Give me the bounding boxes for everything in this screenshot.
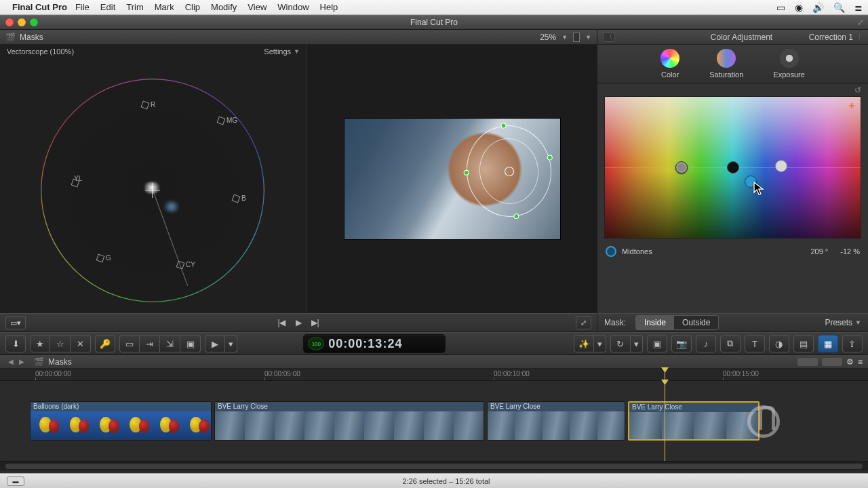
append-button[interactable]: ⇲ — [160, 335, 180, 352]
favorite-button[interactable]: ★ — [30, 335, 50, 352]
tool-group: ▶ ▾ — [205, 335, 237, 352]
play-button[interactable]: ▶ — [296, 318, 302, 327]
music-button[interactable]: ♪ — [696, 335, 716, 352]
clip-appearance-2[interactable] — [822, 358, 842, 366]
mask-segment[interactable]: Inside Outside — [635, 315, 719, 330]
menu-trim[interactable]: Trim — [126, 2, 144, 12]
photos-button[interactable]: 📷 — [671, 335, 692, 352]
tab-saturation[interactable]: Saturation — [709, 49, 743, 83]
menu-mark[interactable]: Mark — [155, 2, 174, 12]
prev-edit-button[interactable]: |◀ — [277, 318, 285, 327]
retime-menu[interactable]: ▾ — [631, 335, 643, 352]
puck-shadows[interactable] — [727, 161, 739, 174]
timeline-clip[interactable]: BVE Larry Close — [214, 401, 484, 441]
inspector-toggle-button[interactable]: ▦ — [818, 335, 838, 352]
sync-icon[interactable]: ◉ — [795, 2, 803, 13]
themes-button[interactable]: ▤ — [793, 335, 814, 352]
puck-highlights[interactable] — [775, 160, 787, 172]
unrate-button[interactable]: ☆ — [50, 335, 71, 352]
correction-menu-icon[interactable]: ⋮ — [856, 34, 863, 41]
timeline-scrollbar[interactable] — [0, 461, 868, 470]
clip-appearance-1[interactable] — [797, 358, 818, 366]
share-button[interactable]: ⇪ — [842, 335, 863, 352]
add-puck-icon[interactable]: ＋ — [847, 100, 856, 112]
program-viewer[interactable] — [307, 45, 597, 313]
close-button[interactable] — [5, 18, 14, 26]
screen-record-icon[interactable]: ▭ — [776, 2, 785, 13]
fullscreen-viewer-button[interactable]: ⤢ — [576, 316, 591, 329]
history-back-button[interactable]: ◀ — [5, 357, 16, 367]
reset-icon[interactable]: ↺ — [854, 85, 861, 95]
tool-menu-button[interactable]: ▾ — [225, 335, 237, 352]
mask-handle-top[interactable] — [500, 123, 507, 129]
minimize-button[interactable] — [18, 18, 26, 26]
history-fwd-button[interactable]: ▶ — [16, 357, 27, 367]
color-board[interactable]: ＋ — [604, 96, 861, 239]
menu-view[interactable]: View — [248, 2, 267, 12]
enhance-menu[interactable]: ▾ — [594, 335, 606, 352]
playhead-line[interactable] — [665, 381, 665, 461]
correction-label[interactable]: Correction 1 — [809, 33, 853, 42]
timeline-clip[interactable]: BVE Larry Close — [487, 401, 625, 441]
timecode-value[interactable]: 00:00:13:24 — [328, 337, 402, 351]
puck-global[interactable] — [675, 161, 688, 174]
timeline-clip[interactable]: BVE Larry Close — [628, 401, 760, 441]
timeline-ruler[interactable]: 00:00:00:00 00:00:05:00 00:00:10:00 00:0… — [0, 369, 868, 381]
next-edit-button[interactable]: ▶| — [311, 318, 319, 327]
insert-button[interactable]: ⇥ — [140, 335, 160, 352]
midtone-readout: Midtones 209 ° -12 % — [597, 244, 868, 259]
mask-handle-right[interactable] — [547, 154, 553, 160]
shape-mask-outline[interactable] — [460, 120, 557, 222]
mask-outside[interactable]: Outside — [674, 316, 718, 329]
dashboard-button[interactable]: ▬ — [7, 476, 24, 486]
hue-value[interactable]: 209 ° — [810, 247, 828, 256]
connect-button[interactable]: ▭ — [119, 335, 140, 352]
mask-inside[interactable]: Inside — [636, 316, 674, 329]
vectorscope-wheel[interactable]: R MG B CY G YL — [41, 79, 264, 302]
retime-button[interactable]: ↻ — [610, 335, 631, 352]
menu-modify[interactable]: Modify — [211, 2, 237, 12]
pct-value[interactable]: -12 % — [840, 247, 860, 256]
puck-midtones[interactable] — [745, 176, 757, 188]
spotlight-icon[interactable]: 🔍 — [833, 2, 845, 13]
keyword-button[interactable]: 🔑 — [95, 335, 115, 352]
timecode-display[interactable]: 100 00:00:13:24 — [303, 334, 446, 353]
menu-window[interactable]: Window — [277, 2, 309, 12]
select-tool-button[interactable]: ▶ — [205, 335, 225, 352]
generators-button[interactable]: ◑ — [769, 335, 789, 352]
timeline-index-button[interactable]: ≡ — [858, 357, 863, 367]
mask-handle-bottom[interactable] — [513, 214, 519, 220]
list-icon[interactable]: ≣ — [854, 2, 863, 13]
import-button[interactable]: ⬇ — [5, 335, 26, 352]
menu-help[interactable]: Help — [320, 2, 338, 12]
timeline-clip[interactable]: Balloons (dark) — [30, 401, 212, 441]
overwrite-button[interactable]: ▣ — [180, 335, 201, 352]
back-button[interactable]: 〈 — [603, 33, 615, 42]
timeline-options-button[interactable]: ⚙ — [846, 357, 854, 367]
fullscreen-icon[interactable]: ⤢ — [857, 18, 864, 27]
zoom-dropdown-icon[interactable]: ▼ — [561, 34, 568, 41]
reject-button[interactable]: ✕ — [71, 335, 91, 352]
enhance-button[interactable]: ✨ — [574, 335, 594, 352]
transitions-button[interactable]: ⧉ — [720, 335, 741, 352]
zoom-value[interactable]: 25% — [540, 33, 556, 42]
tab-color[interactable]: Color — [660, 49, 679, 83]
menu-edit[interactable]: Edit — [100, 2, 115, 12]
titles-button[interactable]: T — [745, 335, 765, 352]
volume-icon[interactable]: 🔊 — [812, 2, 824, 13]
presets-button[interactable]: Presets▼ — [825, 318, 861, 327]
timeline-tracks[interactable]: Balloons (dark)BVE Larry CloseBVE Larry … — [0, 381, 868, 461]
menu-file[interactable]: File — [75, 2, 90, 12]
tab-exposure[interactable]: Exposure — [773, 49, 804, 83]
viewer-image — [344, 118, 561, 240]
menu-clip[interactable]: Clip — [185, 2, 200, 12]
app-name[interactable]: Final Cut Pro — [12, 2, 67, 12]
view-dropdown-icon[interactable]: ▼ — [585, 34, 591, 41]
zoom-button[interactable] — [30, 18, 38, 26]
scope-layout-button[interactable]: ▭▾ — [5, 316, 26, 329]
view-options-button[interactable] — [573, 33, 580, 42]
library-button[interactable]: ▣ — [647, 335, 667, 352]
scope-settings-button[interactable]: Settings▼ — [264, 47, 300, 56]
mask-handle-left[interactable] — [463, 169, 469, 176]
playhead[interactable] — [665, 369, 665, 380]
